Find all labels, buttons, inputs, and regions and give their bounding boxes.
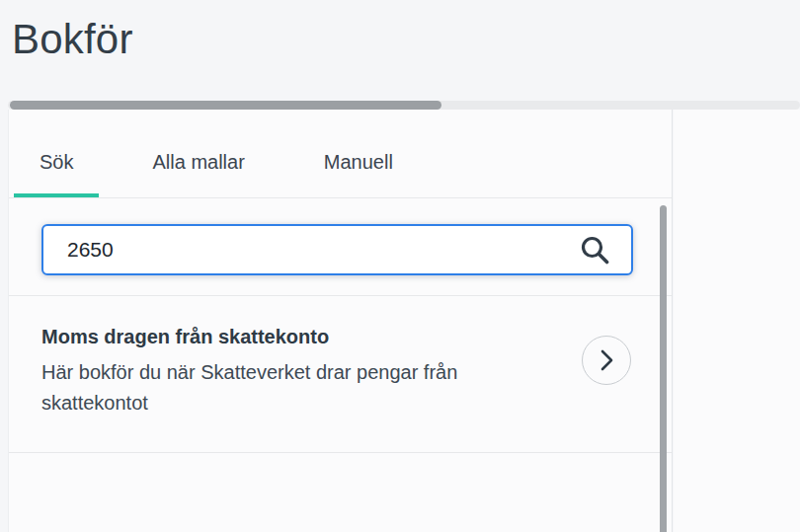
- chevron-right-icon: [600, 349, 613, 371]
- side-panel: [674, 110, 800, 532]
- page-title: Bokför: [12, 16, 133, 63]
- search-section: [9, 198, 672, 296]
- search-icon[interactable]: [580, 235, 609, 265]
- tab-sok[interactable]: Sök: [14, 151, 99, 197]
- horizontal-scrollbar-thumb[interactable]: [10, 101, 441, 110]
- result-description: Här bokför du när Skatteverket drar peng…: [41, 357, 525, 418]
- open-result-button[interactable]: [582, 336, 631, 385]
- search-result-item[interactable]: Moms dragen från skattekonto Här bokför …: [9, 296, 672, 453]
- horizontal-scrollbar-track[interactable]: [8, 101, 800, 110]
- bookkeeping-panel: Sök Alla mallar Manuell Moms dragen från…: [8, 110, 673, 532]
- search-input[interactable]: [41, 224, 633, 275]
- tab-manuell[interactable]: Manuell: [298, 151, 419, 197]
- vertical-scrollbar-thumb[interactable]: [660, 205, 667, 532]
- tab-alla-mallar[interactable]: Alla mallar: [126, 151, 270, 197]
- tab-bar: Sök Alla mallar Manuell: [9, 110, 672, 198]
- search-box: [41, 224, 633, 275]
- result-title: Moms dragen från skattekonto: [41, 326, 573, 348]
